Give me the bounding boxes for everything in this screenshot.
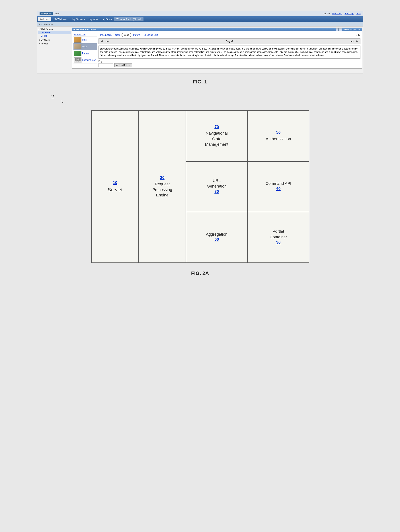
nsm-cell: 70 NavigationalStateManagement: [186, 110, 248, 161]
sidebar-section-webshops: ▼ Web Shops Pet Store Books: [38, 28, 71, 38]
websphere-logo: WebSphere: [39, 12, 53, 15]
petstore-nav-cart[interactable]: Shopping Cart: [73, 57, 97, 63]
add-to-cart-button[interactable]: Add to Cart ...: [114, 63, 132, 67]
webshops-label: Web Shops: [40, 28, 53, 31]
sidebar-header-webshops[interactable]: ▼ Web Shops: [38, 28, 71, 31]
portlet-title: PetStorePortlet portlet: [73, 28, 97, 31]
svg-rect-3: [75, 60, 76, 61]
agg-num: 60: [214, 237, 219, 242]
slide-prev-arrow[interactable]: ◄: [100, 39, 103, 43]
new-page-link[interactable]: New Page: [332, 12, 342, 15]
parrots-img: [74, 51, 82, 56]
portal-nav: Welcome My Workplace My Finances My Work…: [37, 16, 363, 22]
petstore-description: Labradors are relatively large with male…: [99, 45, 361, 59]
petstore-slideshow: ◄ prev Dogs2 next ►: [99, 38, 361, 44]
item-label: Dogs: [99, 60, 361, 63]
sidebar-item-books[interactable]: Books: [38, 34, 71, 38]
svg-rect-5: [79, 60, 81, 61]
parrots-link: Parrots: [82, 52, 89, 55]
slide-title: Dogs2: [110, 40, 349, 43]
sidebar-header-private[interactable]: + Private: [38, 42, 71, 45]
servlet-label: Servlet: [108, 186, 122, 193]
cmd-num: 40: [276, 186, 280, 191]
portlet-controls: – □ PetStorePortlet port: [336, 28, 361, 31]
portal-topbar: WebSphere Portal My Po New Page Edit Pag…: [37, 11, 363, 16]
tab-my-work[interactable]: My Work: [87, 17, 100, 21]
portlet-body: Introduction Cats Dogs Parrots: [72, 31, 362, 68]
webshops-arrow: ▼: [38, 28, 40, 30]
portal-sidebar: ▼ Web Shops Pet Store Books + My Work + …: [38, 28, 71, 69]
tab-controls: 2 🖺: [356, 34, 361, 37]
portlet-container-cell: PortletContainer 30: [248, 212, 309, 263]
portal-subnav: Test My Pages: [37, 22, 363, 26]
petstore-footer: Dogs Add to Cart ...: [99, 60, 361, 67]
mywork-label: My Work: [41, 39, 50, 41]
subnav-my-pages[interactable]: My Pages: [44, 23, 53, 25]
portal-body: ▼ Web Shops Pet Store Books + My Work + …: [37, 26, 363, 70]
assi-link[interactable]: Assi: [356, 12, 361, 15]
dogs-link: Dogs: [82, 45, 87, 48]
content-tab-cart[interactable]: Shopping Cart: [142, 33, 160, 37]
diagram-number: 2: [51, 94, 54, 100]
auth-num: 50: [276, 130, 280, 135]
petstore-nav-parrots[interactable]: Parrots: [73, 50, 97, 57]
portlet-restore-btn[interactable]: □: [339, 28, 342, 31]
architecture-diagram: 10 Servlet 20 RequestProcessingEngine 70…: [91, 110, 309, 263]
portlet-minimize-btn[interactable]: –: [336, 28, 338, 31]
tab-number: 2: [356, 34, 357, 36]
petstore-tabs: Introduction Cats Dogs Parrots Shopping …: [99, 33, 361, 37]
slide-next-label: next: [350, 40, 354, 43]
svg-rect-1: [77, 58, 79, 59]
auth-label: Authentication: [266, 136, 291, 142]
fig2-caption: FIG. 2A: [37, 270, 363, 276]
dogs-img: [74, 44, 82, 49]
svg-point-7: [78, 62, 79, 62]
subnav-test[interactable]: Test: [38, 23, 42, 25]
sidebar-header-mywork[interactable]: + My Work: [38, 38, 71, 42]
portal-main: PetStorePortlet portlet – □ PetStorePort…: [72, 28, 362, 69]
servlet-cell: 10 Servlet: [92, 110, 139, 263]
petstore-link[interactable]: Pet Store: [41, 31, 51, 34]
cart-img: [74, 57, 82, 63]
edit-page-link[interactable]: Edit Page: [344, 12, 354, 15]
nsm-label: NavigationalStateManagement: [205, 131, 228, 147]
tab-welcome-portlet[interactable]: Welcome Portlet (Cloned): [114, 17, 144, 21]
petstore-nav-dogs[interactable]: Dogs: [73, 43, 97, 50]
petstore-leftnav: Introduction Cats Dogs Parrots: [73, 33, 97, 67]
content-tab-parrots[interactable]: Parrots: [131, 33, 142, 37]
agg-label: Aggregation: [206, 232, 228, 237]
content-tab-intro[interactable]: Introduction: [99, 33, 114, 37]
sidebar-item-petstore[interactable]: Pet Store: [38, 31, 71, 34]
tab-icon[interactable]: 🖺: [358, 34, 361, 37]
tab-welcome[interactable]: Welcome: [38, 17, 51, 21]
portlet-frame: PetStorePortlet portlet – □ PetStorePort…: [72, 28, 362, 69]
petstore-nav-introduction[interactable]: Introduction: [73, 33, 97, 37]
portal-topright: My Po New Page Edit Page Assi: [324, 12, 361, 15]
agg-cell: Aggregation 60: [186, 212, 248, 263]
svg-rect-4: [77, 59, 79, 61]
plus-mywork: +: [39, 39, 40, 41]
tab-my-workplace[interactable]: My Workplace: [52, 17, 70, 21]
cmd-label: Command API: [266, 181, 291, 186]
content-tab-cats[interactable]: Cats: [113, 33, 121, 37]
rpe-cell: 20 RequestProcessingEngine: [139, 110, 186, 263]
quantity-input[interactable]: [99, 63, 113, 67]
slide-prev-label: prev: [105, 40, 109, 43]
tab-my-tasks[interactable]: My Tasks: [101, 17, 114, 21]
fig1-caption: FIG. 1: [0, 79, 400, 85]
tab-my-finances[interactable]: My Finances: [70, 17, 87, 21]
diagram-arrow: ↘: [60, 99, 64, 104]
portal-label: Portal: [54, 12, 59, 15]
books-link[interactable]: Books: [41, 35, 47, 37]
content-tab-dogs[interactable]: Dogs: [121, 33, 131, 37]
slide-next-arrow[interactable]: ►: [356, 39, 359, 43]
petstore-content: Introduction Cats Dogs Parrots Shopping …: [99, 33, 361, 67]
plus-private: +: [39, 42, 40, 45]
cats-link: Cats: [82, 39, 87, 41]
url-cell: URLGeneration 80: [186, 161, 248, 212]
portal-screenshot: WebSphere Portal My Po New Page Edit Pag…: [37, 11, 363, 73]
portlet-container-label: PortletContainer: [270, 229, 287, 240]
nsm-num: 70: [214, 124, 219, 129]
svg-rect-2: [79, 58, 81, 60]
petstore-nav-cats[interactable]: Cats: [73, 37, 97, 43]
